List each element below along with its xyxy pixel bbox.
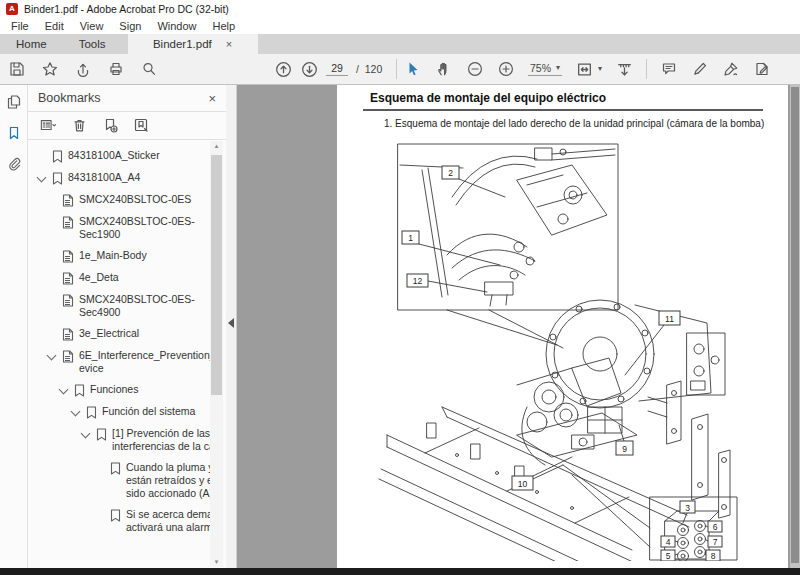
bookmark-icon [52, 150, 63, 163]
search-icon[interactable] [140, 60, 158, 78]
bookmark-item[interactable]: SMCX240BSLTOC-0ES-Sec4900 [28, 293, 210, 319]
tab-document[interactable]: Binder1.pdf × [128, 34, 258, 54]
bookmarks-header: Bookmarks × [28, 85, 226, 112]
bookmark-item[interactable]: 3e_Electrical [28, 327, 210, 341]
comment-icon[interactable] [660, 60, 678, 78]
menu-view[interactable]: View [72, 20, 112, 32]
panel-collapse-strip[interactable] [226, 85, 237, 568]
page-number-input[interactable] [326, 62, 348, 76]
bookmarks-scrollbar[interactable]: ▲ ▼ [210, 141, 223, 567]
tab-bar: Home Tools Binder1.pdf × [0, 34, 800, 54]
previous-page-icon[interactable] [274, 60, 292, 78]
share-upload-icon[interactable] [74, 60, 92, 78]
hand-tool-icon[interactable] [435, 60, 453, 78]
bookmarks-panel: Bookmarks × 84318100A_Sticker 84318100A_… [28, 85, 226, 568]
bookmark-label: Función del sistema [102, 405, 195, 418]
callout-label: 3 [685, 503, 690, 513]
zoom-level-dropdown[interactable]: 75% ▾ [528, 62, 562, 76]
document-viewer: Esquema de montaje del equipo eléctrico … [237, 85, 800, 568]
bookmark-item[interactable]: SMCX240BSLTOC-0ES-Sec1900 [28, 215, 210, 241]
fit-page-icon[interactable] [615, 60, 633, 78]
bookmarks-panel-icon[interactable] [5, 124, 23, 142]
page-heading: Esquema de montaje del equipo eléctrico [370, 91, 606, 105]
close-icon[interactable]: × [208, 91, 216, 106]
bookmark-label: [1] Prevención de las interferencias de … [112, 427, 210, 453]
tab-close-icon[interactable]: × [226, 39, 232, 50]
bookmark-item[interactable]: [1] Prevención de las interferencias de … [28, 427, 210, 453]
next-page-icon[interactable] [300, 60, 318, 78]
page-thumbnails-icon[interactable] [5, 93, 23, 111]
scrollbar-thumb[interactable] [211, 155, 222, 395]
page-icon [62, 272, 74, 285]
menu-sign[interactable]: Sign [111, 20, 149, 32]
bookmark-item[interactable]: 6E_Interference_Prevention_Device [28, 349, 210, 375]
callout-label: 4 [666, 537, 671, 547]
bookmark-item[interactable]: 84318100A_Sticker [28, 149, 210, 163]
bookmark-icon [96, 428, 107, 441]
tab-tools[interactable]: Tools [63, 34, 122, 54]
callout-label: 2 [448, 168, 453, 178]
bookmark-label: 1e_Main-Body [79, 249, 147, 262]
zoom-in-icon[interactable] [497, 60, 515, 78]
delete-bookmark-icon[interactable] [71, 118, 87, 134]
bookmark-item[interactable]: 1e_Main-Body [28, 249, 210, 263]
edit-document-icon[interactable] [753, 60, 771, 78]
callout-label: 5 [666, 551, 671, 561]
bookmark-item[interactable]: 84318100A_A4 [28, 171, 210, 185]
collapse-panel-icon[interactable] [228, 318, 234, 328]
scroll-down-icon[interactable]: ▼ [210, 559, 223, 565]
star-favorites-icon[interactable] [41, 60, 59, 78]
bookmark-label: Cuando la pluma y el balancín están retr… [126, 461, 210, 500]
zoom-out-icon[interactable] [466, 60, 484, 78]
expand-current-bookmark-icon[interactable] [133, 118, 149, 134]
chevron-down-icon[interactable]: ▾ [598, 65, 602, 73]
bookmark-icon [110, 509, 121, 522]
new-bookmark-icon[interactable] [102, 118, 118, 134]
chevron-down-icon[interactable] [37, 173, 47, 183]
scroll-up-icon[interactable]: ▲ [210, 143, 223, 149]
bookmark-item[interactable]: Si se acerca demasiado, se activará una … [28, 508, 210, 534]
pdf-page: Esquema de montaje del equipo eléctrico … [337, 85, 788, 568]
callout-label: 11 [665, 314, 674, 324]
bookmark-icon [52, 172, 63, 185]
fit-width-icon[interactable] [575, 60, 593, 78]
technical-diagram: 2 1 12 11 9 10 3 4 5 6 7 8 [367, 135, 782, 561]
page-icon [62, 294, 74, 307]
menu-file[interactable]: File [3, 20, 37, 32]
attachments-icon[interactable] [5, 155, 23, 173]
bookmark-icon [74, 384, 85, 397]
menu-window[interactable]: Window [149, 20, 204, 32]
bookmark-item[interactable]: Funciones [28, 383, 210, 397]
fill-sign-icon[interactable] [722, 60, 740, 78]
chevron-down-icon[interactable] [47, 351, 57, 361]
chevron-down-icon[interactable] [71, 407, 81, 417]
bookmark-item[interactable]: 4e_Deta [28, 271, 210, 285]
callout-label: 12 [413, 276, 423, 286]
bookmark-label: 84318100A_A4 [68, 171, 140, 184]
toolbar-separator [646, 59, 647, 79]
heading-rule [363, 109, 763, 111]
bookmark-item[interactable]: Cuando la pluma y el balancín están retr… [28, 461, 210, 500]
toolbar-separator [396, 59, 397, 79]
bookmark-options-icon[interactable] [40, 118, 56, 134]
bookmark-item[interactable]: SMCX240BSLTOC-0ES [28, 193, 210, 207]
menu-help[interactable]: Help [205, 20, 244, 32]
select-tool-icon[interactable] [404, 60, 422, 78]
save-icon[interactable] [8, 60, 26, 78]
chevron-down-icon[interactable] [59, 385, 69, 395]
scrollbar-thumb[interactable] [791, 87, 799, 563]
page-total-label: / 120 [356, 63, 382, 75]
document-scrollbar[interactable] [790, 85, 800, 568]
pencil-highlight-icon[interactable] [691, 60, 709, 78]
callout-label: 9 [622, 444, 627, 454]
bookmarks-toolbar [28, 112, 226, 140]
print-icon[interactable] [107, 60, 125, 78]
tab-home[interactable]: Home [0, 34, 63, 54]
menu-edit[interactable]: Edit [37, 20, 72, 32]
bookmark-item[interactable]: Función del sistema [28, 405, 210, 419]
chevron-down-icon[interactable] [81, 429, 91, 439]
bookmark-label: SMCX240BSLTOC-0ES [79, 193, 191, 206]
main-toolbar: / 120 75% ▾ ▾ [0, 54, 800, 85]
page-icon [62, 250, 74, 263]
bookmark-label: Funciones [90, 383, 138, 396]
